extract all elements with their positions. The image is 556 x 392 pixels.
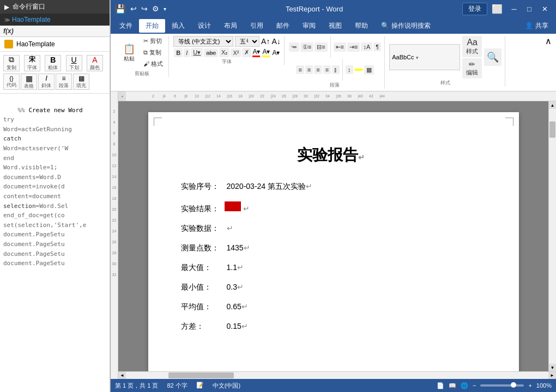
layout-icon[interactable]: ⬜ <box>492 4 503 14</box>
multilevel-button[interactable]: ⊟≡ <box>315 42 327 52</box>
zoom-minus-button[interactable]: − <box>473 382 476 389</box>
menu-layout[interactable]: 布局 <box>217 19 244 33</box>
numbering-button[interactable]: ①≡ <box>300 42 313 52</box>
text-effect-button[interactable]: A▾ <box>272 49 280 57</box>
nav-bar[interactable]: ≫ HaoTemplate <box>0 14 110 26</box>
scroll-up-button[interactable]: ▲ <box>549 101 557 109</box>
table-btn[interactable]: ▦表格 <box>21 74 37 90</box>
paste-button[interactable]: 📋 粘贴 <box>118 42 140 64</box>
zoom-level[interactable]: 100% <box>536 382 552 389</box>
justify-button[interactable]: ≡ <box>323 65 331 74</box>
lang-label[interactable]: 中文(中国) <box>213 382 240 390</box>
undo-icon[interactable]: ↩ <box>130 4 137 13</box>
clear-format-button[interactable]: ✗ <box>242 48 251 57</box>
word-count: 82 个字 <box>167 382 187 390</box>
decrease-indent-button[interactable]: ⇤≡ <box>334 42 346 52</box>
font-group: 等线 (中文正文) 五号 A↑ A↓ B I U▾ abc X₂ X² ✗ A▾… <box>170 36 285 65</box>
settings-icon[interactable]: ⚙ <box>152 4 159 13</box>
menu-file[interactable]: 文件 <box>113 19 139 33</box>
web-view-icon[interactable]: 🌐 <box>461 382 468 389</box>
columns-button[interactable]: ⫿ <box>332 65 340 74</box>
corner-tl <box>154 118 162 126</box>
color-btn[interactable]: A颜色 <box>87 55 103 71</box>
bullets-button[interactable]: ≔ <box>289 42 299 52</box>
ribbon-collapse-btn[interactable]: ∧ <box>545 36 552 46</box>
underline-btn[interactable]: U下划 <box>66 55 82 71</box>
edit-button[interactable]: ✏ 编辑 <box>462 58 482 78</box>
doc-view-icon[interactable]: 📄 <box>437 382 444 389</box>
font-btn[interactable]: 宋字体 <box>24 55 40 71</box>
underline-button[interactable]: U▾ <box>191 48 203 57</box>
horiz-scroll-thumb[interactable] <box>168 372 234 378</box>
copy-btn[interactable]: ⧉复制 <box>3 55 20 71</box>
superscript-button[interactable]: X² <box>231 48 241 57</box>
zoom-thumb <box>511 382 516 388</box>
align-right-button[interactable]: ≡ <box>314 65 322 74</box>
zoom-plus-button[interactable]: + <box>528 382 531 389</box>
read-view-icon[interactable]: 📖 <box>449 382 456 389</box>
font-family-selector[interactable]: 等线 (中文正文) <box>173 36 233 47</box>
close-button[interactable]: ✕ <box>537 3 552 15</box>
styles-gallery[interactable]: AaBbCc ▾ <box>389 44 460 70</box>
shading-button[interactable] <box>354 69 363 71</box>
menu-insert[interactable]: 插入 <box>165 19 191 33</box>
border-button[interactable]: ▦ <box>364 65 374 75</box>
menu-home[interactable]: 开始 <box>139 19 165 33</box>
menu-design[interactable]: 设计 <box>191 19 217 33</box>
horiz-scroll-track[interactable] <box>126 372 548 379</box>
font-shrink-icon[interactable]: A↓ <box>271 37 280 46</box>
zoom-slider[interactable] <box>480 384 524 387</box>
login-button[interactable]: 登录 <box>462 3 487 15</box>
scroll-left-button[interactable]: ◄ <box>118 372 126 379</box>
menu-search[interactable]: 🔍操作说明搜索 <box>374 19 437 33</box>
doc-title: 实验报告↵ <box>181 145 481 166</box>
code-btn[interactable]: {}代码 <box>3 74 20 90</box>
scroll-right-button[interactable]: ► <box>548 372 556 379</box>
menu-view[interactable]: 视图 <box>322 19 348 33</box>
bold-btn[interactable]: B粗体 <box>45 55 61 71</box>
menu-help[interactable]: 帮助 <box>348 19 374 33</box>
font-color-a[interactable]: A▾ <box>252 48 260 57</box>
bold-button[interactable]: B <box>174 48 183 57</box>
italic-btn[interactable]: I斜体 <box>38 74 55 90</box>
scroll-down-button[interactable]: ▼ <box>549 364 557 371</box>
scrollbar-vertical[interactable]: ▲ ▼ <box>548 101 556 371</box>
redo-icon[interactable]: ↪ <box>141 4 148 13</box>
input-mode-icon[interactable]: 📝 <box>196 382 204 390</box>
marks-button[interactable]: ¶ <box>373 42 381 51</box>
line-spacing-button[interactable]: ↕ <box>346 65 353 74</box>
format-button[interactable]: 🖌 格式 <box>141 59 165 69</box>
scrollbar-horizontal[interactable]: ◄ ► <box>118 371 556 379</box>
subscript-button[interactable]: X₂ <box>219 48 229 57</box>
highlight-button[interactable]: A▾ <box>262 48 270 57</box>
document-scroll[interactable]: 实验报告↵ 实验序号： 2020-03-24 第五次实验↵ 实验结果： ↵ <box>118 101 548 371</box>
copy-button[interactable]: ⧉ 复制 <box>141 47 165 58</box>
share-button[interactable]: 👤 共享 <box>519 19 554 33</box>
field-variance: 方差： 0.15↵ <box>181 322 481 332</box>
field-label-data: 实验数据： <box>181 224 225 234</box>
cut-button[interactable]: ✂ 剪切 <box>141 36 165 46</box>
sort-button[interactable]: ↕A <box>361 42 372 51</box>
fill-btn[interactable]: ▩填充 <box>73 74 89 90</box>
maximize-button[interactable]: □ <box>522 3 536 15</box>
minimize-button[interactable]: ─ <box>507 3 521 15</box>
styles-button[interactable]: Aa 样式 <box>462 36 482 57</box>
font-grow-icon[interactable]: A↑ <box>261 37 270 46</box>
increase-indent-button[interactable]: ⇥≡ <box>347 42 360 52</box>
menu-mail[interactable]: 邮件 <box>270 19 296 33</box>
align-center-button[interactable]: ≡ <box>305 65 313 74</box>
paragraph-btn[interactable]: ≡段落 <box>56 74 72 90</box>
save-icon[interactable]: 💾 <box>115 4 126 14</box>
dropdown-icon[interactable]: ▾ <box>164 6 166 12</box>
search-replace-btn[interactable]: 🔍 <box>484 48 501 66</box>
font-size-selector[interactable]: 五号 <box>235 36 259 47</box>
field-label-xuhao: 实验序号： <box>181 182 225 192</box>
strikethrough-button[interactable]: abc <box>204 48 218 57</box>
menu-review[interactable]: 审阅 <box>296 19 322 33</box>
font-row2: B I U▾ abc X₂ X² ✗ A▾ A▾ A▾ <box>174 48 280 57</box>
align-left-button[interactable]: ≡ <box>296 65 304 74</box>
menu-references[interactable]: 引用 <box>244 19 270 33</box>
italic-button[interactable]: I <box>184 48 190 57</box>
scroll-track[interactable] <box>549 109 556 364</box>
scroll-thumb[interactable] <box>549 121 555 138</box>
